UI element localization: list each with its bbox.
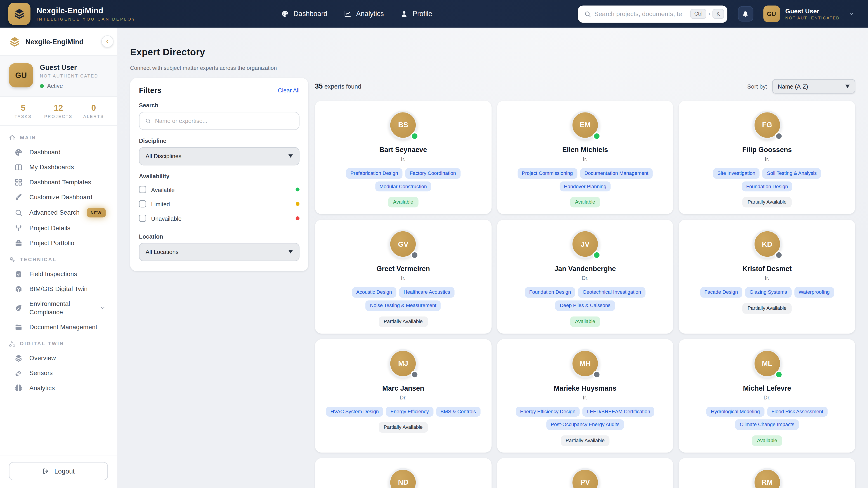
skill-chip: Acoustic Design xyxy=(352,287,396,297)
expert-card-peter-vandamme[interactable]: PVPeter Vandamme xyxy=(497,458,673,488)
palette-icon xyxy=(281,10,289,18)
skill-chip: Geotechnical Investigation xyxy=(578,287,646,297)
sort-select[interactable]: Name (A-Z) xyxy=(772,79,855,94)
availability-label: Availability xyxy=(139,172,300,179)
expert-card-rik-moens[interactable]: RMRik Moens xyxy=(679,458,855,488)
sidebar-item-field-inspections[interactable]: Field Inspections xyxy=(6,267,110,282)
sidebar-logo-icon xyxy=(9,36,20,47)
bell-icon xyxy=(742,10,749,18)
avatar: RM xyxy=(753,468,781,488)
skill-chip: Handover Planning xyxy=(559,181,611,192)
sidebar-section-main: MAIN xyxy=(9,134,108,141)
global-search[interactable]: Ctrl + K xyxy=(578,5,727,22)
expert-card-ellen-michiels[interactable]: EMEllen MichielsIr.Project Commissioning… xyxy=(497,101,673,214)
expert-search-field[interactable] xyxy=(139,111,300,130)
avatar: PV xyxy=(571,468,599,488)
expert-search-input[interactable] xyxy=(151,118,293,124)
stat-projects: 12PROJECTS xyxy=(41,103,76,119)
sidebar-item-bim-gis-digital-twin[interactable]: BIM/GIS Digital Twin xyxy=(6,282,110,297)
sidebar-nav: MAINDashboardMy DashboardsDashboard Temp… xyxy=(0,126,117,455)
location-select[interactable]: All Locations xyxy=(139,242,300,261)
logout-button[interactable]: Logout xyxy=(9,462,108,480)
columns-icon xyxy=(14,163,23,171)
skill-chip: Foundation Design xyxy=(525,287,575,297)
sidebar-collapse-button[interactable] xyxy=(101,35,114,48)
expert-name: Filip Goossens xyxy=(687,146,848,154)
expert-card-bart-seynaeve[interactable]: BSBart SeynaeveIr.Prefabrication DesignF… xyxy=(315,101,491,214)
skill-chip: Climate Change Impacts xyxy=(735,420,799,430)
expert-title: Dr. xyxy=(687,394,848,400)
expert-title: Ir. xyxy=(323,275,484,281)
line-chart-icon xyxy=(344,10,352,18)
top-nav-link-analytics[interactable]: Analytics xyxy=(344,10,384,18)
sidebar: Nexgile-EngiMind GU Guest User NOT AUTHE… xyxy=(0,28,117,488)
discipline-select[interactable]: All Disciplines xyxy=(139,147,300,165)
app-window: Nexgile-EngiMind INTELLIGENCE YOU CAN DE… xyxy=(0,0,868,488)
skill-chip: Factory Coordination xyxy=(405,168,460,178)
active-status-dot xyxy=(40,84,43,88)
main-content: Expert Directory Connect with subject ma… xyxy=(117,28,868,488)
clipboard-icon xyxy=(14,270,23,278)
sidebar-item-project-portfolio[interactable]: Project Portfolio xyxy=(6,236,110,251)
availability-badge: Available xyxy=(388,197,418,207)
skill-chip: Waterproofing xyxy=(794,287,834,297)
notifications-button[interactable] xyxy=(738,6,753,22)
sidebar-item-document-management[interactable]: Document Management xyxy=(6,320,110,335)
filters-panel: Filters Clear All Search Discipline All … xyxy=(130,78,309,271)
checkbox-unavailable[interactable] xyxy=(139,215,146,222)
expert-title: Ir. xyxy=(505,156,666,162)
expert-card-marieke-huysmans[interactable]: MHMarieke HuysmansIr.Energy Efficiency D… xyxy=(497,339,673,453)
availability-badge: Partially Available xyxy=(379,316,428,327)
sidebar-item-overview[interactable]: Overview xyxy=(6,351,110,365)
expert-card-greet-vermeiren[interactable]: GVGreet VermeirenIr.Acoustic DesignHealt… xyxy=(315,220,491,333)
avatar: GU xyxy=(763,5,780,22)
sidebar-item-customize-dashboard[interactable]: Customize Dashboard xyxy=(6,190,110,205)
expert-card-jan-vandenberghe[interactable]: JVJan VandenbergheDr.Foundation DesignGe… xyxy=(497,220,673,333)
top-nav-link-profile[interactable]: Profile xyxy=(401,10,432,18)
expert-card-marc-jansen[interactable]: MJMarc JansenDr.HVAC System DesignEnergy… xyxy=(315,339,491,453)
sidebar-item-project-details[interactable]: Project Details xyxy=(6,221,110,236)
expert-card-kristof-desmet[interactable]: KDKristof DesmetIr.Facade DesignGlazing … xyxy=(679,220,855,333)
presence-dot xyxy=(593,370,600,378)
availability-option-limited: Limited xyxy=(139,197,300,211)
availability-badge: Partially Available xyxy=(743,303,792,314)
layers-icon xyxy=(14,354,23,362)
presence-dot xyxy=(411,132,418,140)
top-nav-links: DashboardAnalyticsProfile xyxy=(281,10,432,18)
skill-chip: Facade Design xyxy=(700,287,742,297)
sidebar-item-dashboard[interactable]: Dashboard xyxy=(6,145,110,160)
sidebar-item-my-dashboards[interactable]: My Dashboards xyxy=(6,160,110,175)
brand-tagline: INTELLIGENCE YOU CAN DEPLOY xyxy=(37,17,136,22)
expert-card-nicole-dupont[interactable]: NDNicole Dupont xyxy=(315,458,491,488)
clear-all-link[interactable]: Clear All xyxy=(278,87,300,94)
user-menu[interactable]: GU Guest User NOT AUTHENTICATED xyxy=(763,5,855,22)
global-search-input[interactable] xyxy=(591,11,690,17)
expert-name: Greet Vermeiren xyxy=(323,265,484,273)
sidebar-item-dashboard-templates[interactable]: Dashboard Templates xyxy=(6,175,110,190)
satellite-icon xyxy=(14,369,23,377)
stat-tasks: 5TASKS xyxy=(5,103,41,119)
availability-badge: Available xyxy=(570,197,600,207)
sidebar-item-analytics[interactable]: Analytics xyxy=(6,381,110,396)
expert-card-michel-lefevre[interactable]: MLMichel LefevreDr.Hydrological Modeling… xyxy=(679,339,855,453)
checkbox-limited[interactable] xyxy=(139,200,146,207)
user-name: Guest User xyxy=(785,7,840,15)
sidebar-item-environmental-compliance[interactable]: Environmental Compliance xyxy=(6,297,110,320)
page-subtitle: Connect with subject matter experts acro… xyxy=(130,65,855,71)
skill-chip: Energy Efficiency Design xyxy=(516,406,580,417)
checkbox-available[interactable] xyxy=(139,186,146,193)
presence-dot xyxy=(775,370,782,378)
sort-by-label: Sort by: xyxy=(747,83,767,90)
expert-title: Ir. xyxy=(687,275,848,281)
expert-title: Ir. xyxy=(505,394,666,400)
sidebar-item-advanced-search[interactable]: Advanced SearchNEW xyxy=(6,205,110,221)
availability-badge: Partially Available xyxy=(379,422,428,433)
skill-chip: Post-Occupancy Energy Audits xyxy=(546,420,624,430)
avatar: GU xyxy=(9,63,33,88)
sidebar-item-sensors[interactable]: Sensors xyxy=(6,365,110,381)
chevron-left-icon xyxy=(105,39,110,44)
expert-name: Marieke Huysmans xyxy=(505,384,666,392)
expert-card-filip-goossens[interactable]: FGFilip GoossensIr.Site InvestigationSoi… xyxy=(679,101,855,214)
new-badge: NEW xyxy=(87,208,105,218)
top-nav-link-dashboard[interactable]: Dashboard xyxy=(281,10,328,18)
